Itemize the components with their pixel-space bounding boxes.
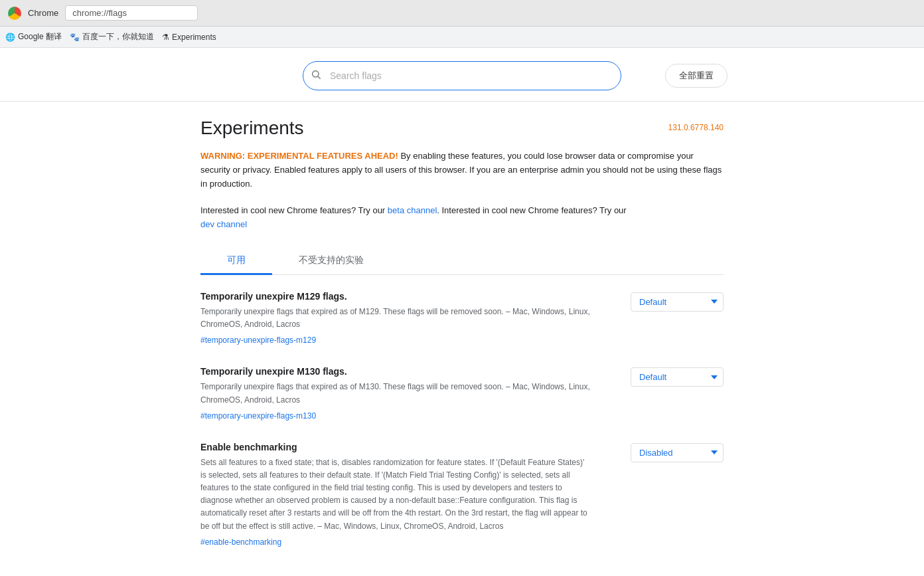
flag-left: Temporarily unexpire M129 flags. Tempora… xyxy=(200,291,620,345)
chrome-logo xyxy=(8,7,21,20)
beta-channel-link[interactable]: beta channel xyxy=(388,205,437,215)
bookmark-experiments[interactable]: ⚗ Experiments xyxy=(162,33,216,42)
flag-link-flag-m130[interactable]: #temporary-unexpire-flags-m130 xyxy=(200,411,316,421)
page-title: Experiments xyxy=(200,118,304,139)
flag-select-wrap-flag-m130: DefaultEnabledDisabled xyxy=(631,367,724,387)
url-bar[interactable]: chrome://flags xyxy=(65,5,198,21)
svg-point-0 xyxy=(313,71,319,77)
links-para: Interested in cool new Chrome features? … xyxy=(200,204,724,232)
paw-icon: 🐾 xyxy=(70,33,80,42)
dev-channel-link[interactable]: dev channel xyxy=(200,219,247,229)
flag-desc-flag-m129: Temporarily unexpire flags that expired … xyxy=(200,306,592,331)
browser-bar: Chrome chrome://flags xyxy=(0,0,924,27)
bookmarks-bar: 🌐 Google 翻译 🐾 百度一下，你就知道 ⚗ Experiments xyxy=(0,27,924,48)
flag-row: Temporarily unexpire M129 flags. Tempora… xyxy=(200,291,724,345)
bookmark-google-translate[interactable]: 🌐 Google 翻译 xyxy=(5,31,62,43)
warning-box: WARNING: EXPERIMENTAL FEATURES AHEAD! By… xyxy=(200,149,724,191)
flag-title-flag-m129: Temporarily unexpire M129 flags. xyxy=(200,291,620,302)
search-input[interactable] xyxy=(303,61,621,90)
flag-list: Temporarily unexpire M129 flags. Tempora… xyxy=(200,291,724,549)
flag-row: Enable benchmarking Sets all features to… xyxy=(200,442,724,547)
flag-select-flag-benchmarking[interactable]: DefaultEnabledDisabled xyxy=(631,443,724,462)
flag-link-flag-benchmarking[interactable]: #enable-benchmarking xyxy=(200,537,281,547)
search-icon xyxy=(311,69,321,82)
bookmark-baidu[interactable]: 🐾 百度一下，你就知道 xyxy=(70,31,154,43)
flag-select-wrap-flag-m129: DefaultEnabledDisabled xyxy=(631,292,724,312)
browser-title: Chrome xyxy=(28,8,58,18)
flag-desc-flag-benchmarking: Sets all features to a fixed state; that… xyxy=(200,456,592,533)
flag-title-flag-benchmarking: Enable benchmarking xyxy=(200,442,620,452)
tabs: 可用 不受支持的实验 xyxy=(200,248,724,275)
tab-available[interactable]: 可用 xyxy=(200,248,272,275)
flask-icon: ⚗ xyxy=(162,33,169,42)
search-wrapper: 全部重置 xyxy=(303,61,621,90)
flag-left: Enable benchmarking Sets all features to… xyxy=(200,442,620,547)
main-content: Experiments 131.0.6778.140 WARNING: EXPE… xyxy=(190,102,734,576)
links-text-before: Interested in cool new Chrome features? … xyxy=(200,205,388,215)
flag-select-flag-m129[interactable]: DefaultEnabledDisabled xyxy=(631,292,724,312)
version-number: 131.0.6778.140 xyxy=(668,123,724,132)
svg-line-1 xyxy=(318,76,321,79)
flag-item-flag-m129: Temporarily unexpire M129 flags. Tempora… xyxy=(200,291,724,347)
globe-icon: 🌐 xyxy=(5,33,15,42)
links-text-middle: . Interested in cool new Chrome features… xyxy=(437,205,626,215)
flag-select-flag-m130[interactable]: DefaultEnabledDisabled xyxy=(631,367,724,387)
page-content: 全部重置 Experiments 131.0.6778.140 WARNING:… xyxy=(0,48,924,576)
warning-label: WARNING: EXPERIMENTAL FEATURES AHEAD! xyxy=(200,151,398,161)
flag-title-flag-m130: Temporarily unexpire M130 flags. xyxy=(200,366,620,377)
flag-link-flag-m129[interactable]: #temporary-unexpire-flags-m129 xyxy=(200,336,316,345)
tab-unsupported[interactable]: 不受支持的实验 xyxy=(272,248,390,275)
flag-desc-flag-m130: Temporarily unexpire flags that expired … xyxy=(200,381,592,406)
flag-item-flag-benchmarking: Enable benchmarking Sets all features to… xyxy=(200,442,724,549)
search-area: 全部重置 xyxy=(0,48,924,101)
flag-left: Temporarily unexpire M130 flags. Tempora… xyxy=(200,366,620,420)
flag-select-wrap-flag-benchmarking: DefaultEnabledDisabled xyxy=(631,443,724,462)
reset-all-button[interactable]: 全部重置 xyxy=(665,64,728,88)
flag-row: Temporarily unexpire M130 flags. Tempora… xyxy=(200,366,724,420)
experiments-header: Experiments 131.0.6778.140 xyxy=(200,118,724,139)
flag-item-flag-m130: Temporarily unexpire M130 flags. Tempora… xyxy=(200,366,724,423)
